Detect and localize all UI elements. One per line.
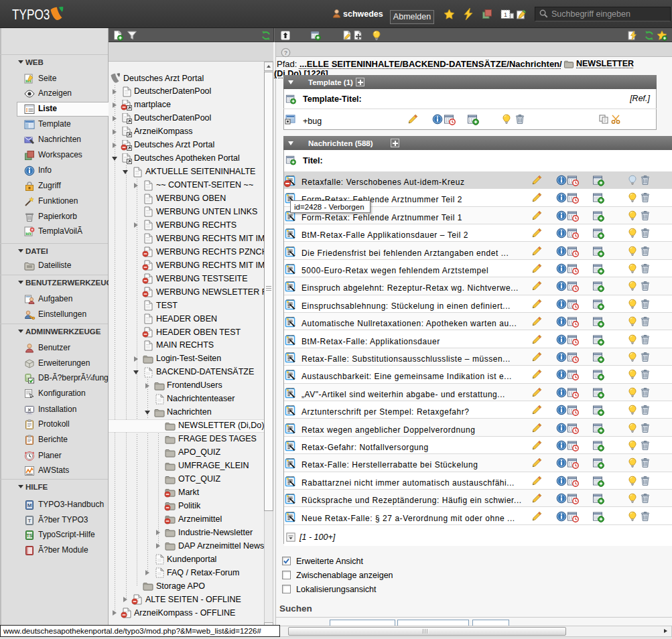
svg-text:T: T [28, 518, 31, 524]
svg-text:TS: TS [27, 533, 33, 538]
svg-text:M: M [27, 502, 32, 508]
svg-text:TV: TV [27, 232, 31, 236]
